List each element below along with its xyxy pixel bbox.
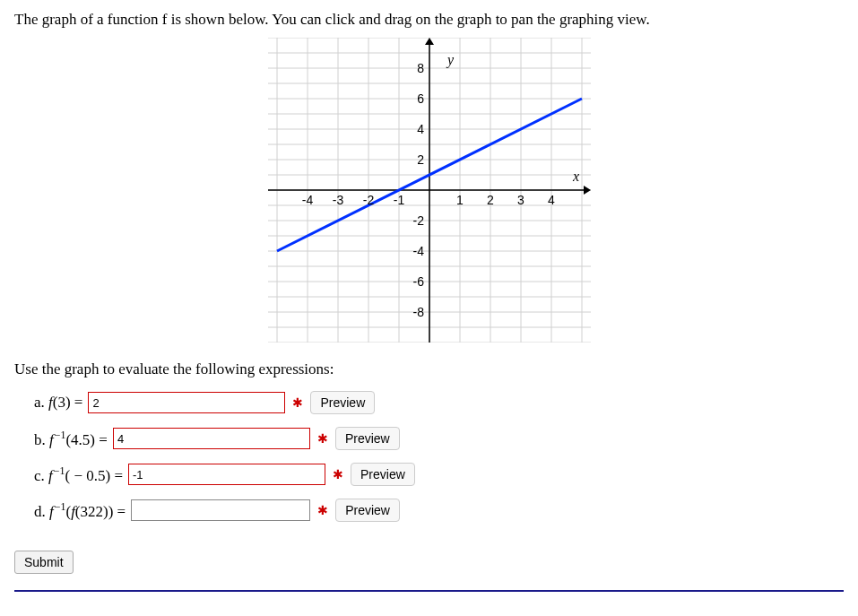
- submit-button[interactable]: Submit: [14, 551, 74, 574]
- flag-b-icon[interactable]: ✱: [317, 431, 328, 446]
- xtick-3: 3: [517, 193, 524, 207]
- xtick-neg2: -2: [362, 193, 374, 207]
- preview-c-button[interactable]: Preview: [351, 463, 415, 486]
- answer-b-input[interactable]: [113, 428, 310, 449]
- y-axis-label: y: [446, 52, 455, 68]
- question-b-label: b. f −1(4.5) =: [34, 429, 108, 449]
- ytick-neg2: -2: [412, 213, 424, 228]
- answer-c-input[interactable]: [128, 464, 325, 485]
- ytick-neg6: -6: [412, 274, 424, 289]
- ytick-8: 8: [417, 61, 424, 75]
- question-b: b. f −1(4.5) = ✱ Preview: [34, 427, 844, 450]
- y-axis-arrow-icon: [425, 38, 434, 45]
- ytick-6: 6: [417, 91, 424, 106]
- ytick-4: 4: [417, 122, 424, 136]
- preview-b-button[interactable]: Preview: [335, 427, 400, 450]
- xtick-1: 1: [456, 193, 464, 207]
- answer-a-input[interactable]: [88, 392, 285, 413]
- preview-a-button[interactable]: Preview: [310, 391, 375, 414]
- question-d-label: d. f −1(f(322)) =: [34, 500, 126, 521]
- question-a-label: a. f(3) =: [34, 394, 82, 412]
- xtick-neg3: -3: [332, 193, 343, 207]
- sub-instruction-text: Use the graph to evaluate the following …: [14, 360, 844, 378]
- xtick-neg4: -4: [301, 193, 313, 207]
- instruction-text: The graph of a function f is shown below…: [14, 11, 844, 29]
- x-axis-label: x: [572, 169, 579, 184]
- question-c: c. f −1( − 0.5) = ✱ Preview: [34, 463, 844, 486]
- xtick-neg1: -1: [393, 193, 404, 207]
- answer-d-input[interactable]: [131, 499, 310, 521]
- question-c-label: c. f −1( − 0.5) =: [34, 464, 123, 485]
- x-axis-arrow-icon: [584, 186, 591, 195]
- xtick-4: 4: [548, 193, 555, 207]
- ytick-2: 2: [417, 152, 424, 167]
- flag-c-icon[interactable]: ✱: [333, 467, 343, 482]
- preview-d-button[interactable]: Preview: [335, 499, 400, 522]
- flag-a-icon[interactable]: ✱: [292, 395, 303, 410]
- ytick-neg4: -4: [412, 244, 424, 258]
- question-d: d. f −1(f(322)) = ✱ Preview: [34, 499, 844, 522]
- question-a: a. f(3) = ✱ Preview: [34, 391, 844, 414]
- flag-d-icon[interactable]: ✱: [317, 503, 328, 517]
- divider: [14, 590, 844, 592]
- ytick-neg8: -8: [412, 305, 424, 319]
- xtick-2: 2: [487, 193, 494, 207]
- function-graph[interactable]: -4 -3 -2 -1 1 2 3 4 8 6 4 2 -2 -4 -6 -8 …: [268, 38, 591, 343]
